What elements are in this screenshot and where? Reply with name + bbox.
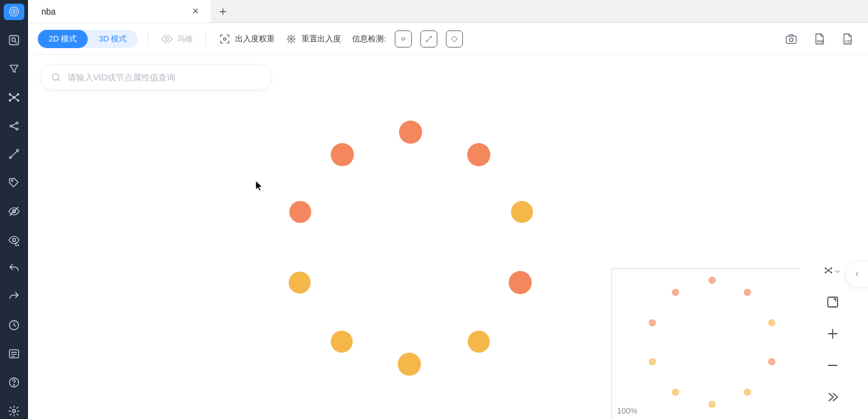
toolbar-right-group: PNG CSV bbox=[784, 32, 858, 46]
svg-point-15 bbox=[11, 180, 13, 182]
minimap-node bbox=[768, 358, 775, 365]
add-tab-button[interactable]: ＋ bbox=[211, 0, 235, 23]
main-panel: nba × ＋ 2D 模式 3D 模式 鸟瞰 bbox=[28, 0, 868, 419]
sidebar-list-panel-icon[interactable] bbox=[4, 346, 24, 362]
eye-icon bbox=[160, 32, 174, 46]
svg-rect-3 bbox=[10, 36, 19, 45]
graph-node[interactable] bbox=[331, 143, 354, 166]
burst-icon bbox=[284, 32, 298, 46]
sidebar-tag-icon[interactable] bbox=[4, 175, 24, 191]
focus-icon bbox=[218, 32, 231, 46]
graph-node[interactable] bbox=[289, 272, 311, 294]
birdview-button[interactable]: 鸟瞰 bbox=[158, 30, 196, 48]
toolbar-separator bbox=[205, 32, 206, 46]
sidebar-hidden-eye-icon[interactable] bbox=[4, 203, 24, 220]
cursor-indicator bbox=[255, 180, 263, 194]
svg-point-26 bbox=[402, 37, 405, 40]
graph-node[interactable] bbox=[511, 201, 533, 223]
export-png-icon[interactable]: PNG bbox=[812, 32, 827, 46]
sidebar-settings-icon[interactable] bbox=[4, 403, 24, 419]
minimap-node bbox=[649, 358, 656, 365]
graph-node[interactable] bbox=[399, 121, 422, 144]
svg-point-2 bbox=[13, 11, 15, 13]
graph-node[interactable] bbox=[289, 201, 311, 223]
minimap-node bbox=[708, 401, 716, 408]
canvas-controls bbox=[805, 256, 861, 412]
graph-canvas[interactable]: 100% bbox=[28, 55, 868, 419]
minimap[interactable]: 100% bbox=[611, 268, 800, 419]
birdview-label: 鸟瞰 bbox=[177, 33, 193, 44]
mode-3d-button[interactable]: 3D 模式 bbox=[88, 30, 138, 48]
detect-isolate-button[interactable] bbox=[395, 30, 412, 48]
screenshot-icon[interactable] bbox=[784, 32, 799, 46]
close-tab-icon[interactable]: × bbox=[189, 5, 202, 18]
svg-text:CSV: CSV bbox=[845, 39, 852, 43]
degree-weight-button[interactable]: 出入度权重 bbox=[216, 30, 277, 48]
degree-weight-label: 出入度权重 bbox=[235, 33, 275, 44]
tab-bar: nba × ＋ bbox=[28, 0, 868, 23]
sidebar-share-icon[interactable] bbox=[4, 118, 24, 134]
svg-point-21 bbox=[13, 384, 14, 385]
view-mode-toggle: 2D 模式 3D 模式 bbox=[38, 30, 138, 48]
graph-node[interactable] bbox=[331, 331, 353, 353]
minimap-node bbox=[672, 389, 679, 396]
svg-point-1 bbox=[12, 9, 16, 14]
fit-screen-button[interactable] bbox=[824, 294, 841, 311]
sidebar-history-icon[interactable] bbox=[4, 317, 24, 334]
minimap-node bbox=[768, 319, 775, 326]
tab-title: nba bbox=[41, 7, 189, 16]
graph-node[interactable] bbox=[509, 271, 532, 294]
search-box bbox=[40, 65, 272, 90]
search-icon bbox=[51, 72, 62, 83]
app-root: nba × ＋ 2D 模式 3D 模式 鸟瞰 bbox=[0, 0, 868, 419]
sidebar-graph-icon[interactable] bbox=[4, 89, 24, 105]
sidebar-radar-icon[interactable] bbox=[4, 4, 24, 20]
graph-node[interactable] bbox=[467, 143, 490, 166]
zoom-out-button[interactable] bbox=[824, 357, 841, 374]
zoom-level-label: 100% bbox=[617, 406, 637, 415]
sidebar-path-icon[interactable] bbox=[4, 146, 24, 163]
sidebar-filter-icon[interactable] bbox=[4, 61, 24, 77]
layout-dropdown[interactable] bbox=[824, 262, 841, 279]
export-csv-icon[interactable]: CSV bbox=[840, 32, 855, 46]
svg-point-25 bbox=[291, 38, 292, 40]
sidebar-help-icon[interactable] bbox=[4, 374, 24, 390]
svg-point-33 bbox=[52, 74, 59, 80]
detect-diamond-button[interactable] bbox=[446, 30, 463, 48]
minimap-node bbox=[649, 319, 656, 326]
svg-rect-29 bbox=[786, 36, 797, 43]
skip-end-button[interactable] bbox=[824, 389, 841, 406]
sidebar-inspect-icon[interactable] bbox=[4, 32, 24, 49]
svg-point-23 bbox=[166, 37, 169, 40]
reset-degree-button[interactable]: 重置出入度 bbox=[282, 30, 344, 48]
detect-edge-button[interactable] bbox=[420, 30, 437, 48]
svg-point-17 bbox=[13, 238, 16, 241]
minimap-node bbox=[708, 276, 716, 284]
left-sidebar bbox=[0, 0, 28, 419]
sidebar-redo-icon[interactable] bbox=[4, 289, 24, 305]
minimap-node bbox=[672, 289, 679, 296]
mode-2d-button[interactable]: 2D 模式 bbox=[38, 30, 88, 48]
reset-degree-label: 重置出入度 bbox=[302, 33, 341, 44]
chevron-down-icon bbox=[834, 267, 841, 274]
minimap-node bbox=[744, 389, 751, 396]
toolbar-separator bbox=[147, 32, 148, 46]
sidebar-undo-icon[interactable] bbox=[4, 260, 24, 276]
top-toolbar: 2D 模式 3D 模式 鸟瞰 出入度权重 重 bbox=[28, 23, 868, 55]
search-input[interactable] bbox=[68, 72, 261, 82]
minimap-node bbox=[744, 289, 751, 296]
svg-point-24 bbox=[224, 37, 226, 40]
svg-point-30 bbox=[789, 38, 793, 41]
graph-node[interactable] bbox=[398, 353, 421, 376]
svg-text:PNG: PNG bbox=[817, 39, 824, 43]
svg-point-0 bbox=[10, 7, 19, 16]
info-detect-label: 信息检测: bbox=[352, 33, 386, 44]
svg-point-22 bbox=[13, 409, 16, 412]
zoom-in-button[interactable] bbox=[824, 325, 841, 342]
graph-node[interactable] bbox=[468, 331, 490, 353]
sidebar-eye-refresh-icon[interactable] bbox=[4, 231, 24, 248]
tab-active[interactable]: nba × bbox=[28, 0, 211, 23]
